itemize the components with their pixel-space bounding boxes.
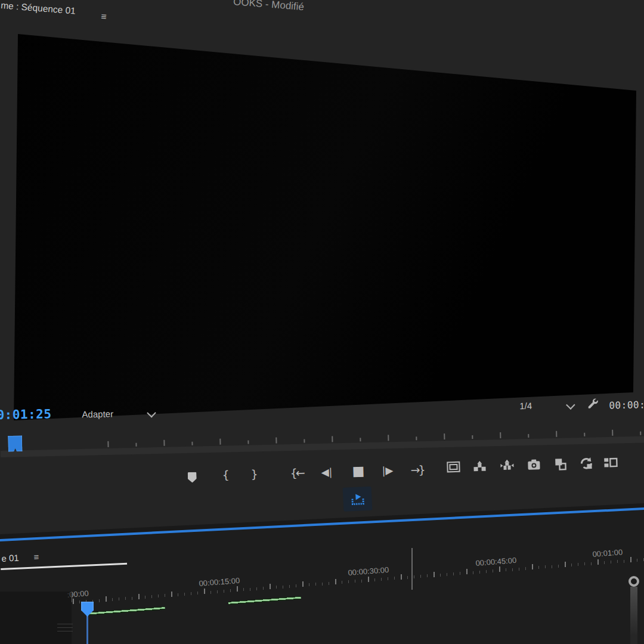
- ruler-tick: [506, 568, 506, 571]
- ruler-tick: [210, 591, 211, 594]
- ruler-tick: [368, 577, 369, 582]
- add-marker-icon[interactable]: [188, 472, 197, 482]
- timeline-playhead-line: [86, 615, 88, 644]
- mark-in-button[interactable]: {: [222, 469, 230, 481]
- quick-export-button[interactable]: [343, 487, 373, 512]
- current-timecode[interactable]: 0:01:25: [0, 407, 52, 422]
- ruler-tick: [296, 584, 296, 587]
- ruler-tick: [197, 592, 198, 595]
- timeline-scrollbar[interactable]: [630, 587, 637, 644]
- ruler-tick: [414, 575, 414, 578]
- export-frame-icon[interactable]: [527, 457, 541, 472]
- ruler-tick: [361, 580, 362, 583]
- ruler-tick: [552, 565, 552, 568]
- scrubber-tick: [107, 441, 109, 447]
- ruler-tick: [151, 595, 152, 598]
- ruler-tick: [571, 564, 572, 566]
- hamburger-icon[interactable]: ≡: [33, 552, 39, 562]
- ruler-tick: [302, 581, 304, 587]
- button-editor-icon[interactable]: [603, 456, 618, 470]
- ruler-tick: [427, 574, 428, 577]
- ruler-tick: [191, 592, 191, 595]
- ruler-tick: [420, 575, 421, 578]
- ruler-tick: [466, 569, 467, 574]
- timeline-scrollbar-knob[interactable]: [628, 576, 639, 587]
- scrubber-tick: [528, 434, 529, 438]
- stop-button[interactable]: ■: [352, 465, 364, 478]
- mark-out-button[interactable]: }: [250, 469, 258, 480]
- step-forward-button[interactable]: |▶: [382, 466, 393, 476]
- wrench-icon[interactable]: [586, 397, 599, 413]
- ruler-tick: [447, 573, 447, 576]
- document-title: OOKS - Modifié: [233, 0, 304, 13]
- ruler-tick: [486, 570, 487, 573]
- ruler-tick: [512, 568, 513, 571]
- ruler-tick: [204, 589, 205, 594]
- ruler-tick: [315, 583, 316, 586]
- ruler-tick: [237, 586, 238, 592]
- ruler-tick: [434, 572, 435, 577]
- hamburger-icon[interactable]: ≡: [101, 11, 107, 23]
- scrubber-tick: [135, 443, 137, 447]
- ruler-tick: [171, 592, 172, 597]
- extract-icon[interactable]: [500, 458, 515, 473]
- multi-camera-icon[interactable]: [579, 456, 594, 471]
- ruler-tick: [630, 557, 631, 562]
- ruler-tick: [388, 577, 388, 580]
- ruler-tick: [545, 565, 546, 568]
- ruler-tick: [525, 567, 526, 570]
- safe-margins-icon[interactable]: [446, 460, 461, 475]
- ruler-tick: [565, 562, 566, 567]
- ruler-tick: [270, 584, 271, 589]
- ruler-tick: [460, 572, 460, 575]
- ruler-tick: [519, 568, 519, 571]
- lift-icon[interactable]: [472, 459, 487, 474]
- ruler-tick: [329, 582, 329, 585]
- ruler-tick: [538, 566, 539, 569]
- ruler-tick: [217, 590, 218, 593]
- scrubber-tick: [612, 430, 613, 436]
- ruler-tick: [256, 587, 257, 590]
- comparison-view-icon[interactable]: [553, 457, 568, 472]
- ruler-tick: [611, 561, 611, 564]
- timeline-tab[interactable]: e 01: [1, 553, 19, 564]
- zoom-level-select[interactable]: Adapter: [82, 408, 113, 419]
- ruler-tick: [401, 574, 402, 580]
- step-back-button[interactable]: ◀|: [321, 467, 332, 477]
- ruler-tick: [597, 559, 599, 565]
- go-to-out-button[interactable]: →}: [410, 464, 424, 476]
- ruler-tick: [374, 578, 375, 581]
- monitor-playhead[interactable]: [8, 435, 23, 452]
- ruler-tick: [289, 585, 290, 588]
- scrubber-tick: [556, 431, 557, 437]
- ruler-tick: [558, 565, 559, 568]
- ruler-tick: [165, 594, 165, 597]
- scrubber-tick: [640, 432, 641, 435]
- ruler-tick: [283, 586, 283, 589]
- chevron-down-icon[interactable]: [566, 400, 575, 410]
- playback-resolution-select[interactable]: 1/4: [519, 401, 532, 411]
- ruler-tick: [178, 593, 178, 596]
- scrubber-tick: [584, 433, 585, 436]
- ruler-tick: [73, 599, 74, 604]
- scrubber-tick: [472, 435, 473, 439]
- scrubber-tick: [360, 438, 361, 441]
- ruler-tick: [99, 599, 100, 602]
- ruler-tick: [604, 561, 605, 564]
- track-header-area: [0, 592, 72, 644]
- ruler-tick: [348, 580, 349, 583]
- chevron-down-icon[interactable]: [147, 408, 156, 418]
- ruler-tick: [132, 597, 132, 600]
- program-monitor-tab[interactable]: me : Séquence 01: [1, 0, 76, 16]
- ruler-tick: [322, 583, 323, 586]
- ruler-tick: [493, 569, 493, 572]
- ruler-tick: [578, 563, 578, 566]
- active-tab-underline: [1, 563, 127, 570]
- go-to-in-button[interactable]: {←: [290, 467, 304, 479]
- ruler-tick: [158, 595, 159, 597]
- ruler-tick: [138, 594, 140, 599]
- ruler-tick: [145, 596, 145, 599]
- timeline-marker-line: [411, 548, 413, 590]
- ruler-tick: [473, 571, 473, 574]
- ruler-tick: [112, 598, 113, 601]
